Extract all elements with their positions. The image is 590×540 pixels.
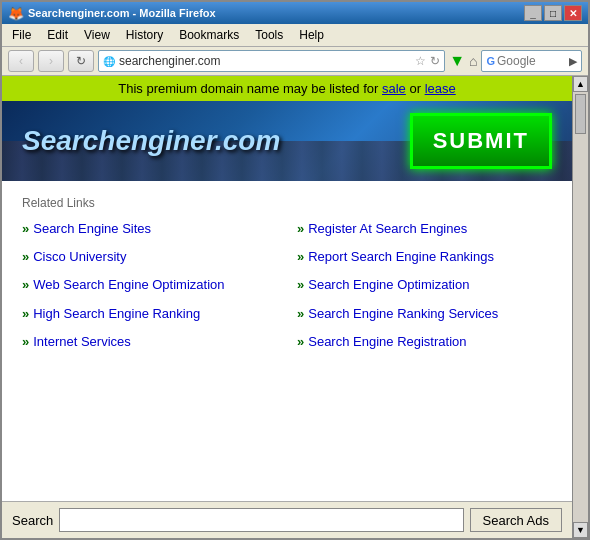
arrow-icon-6: »	[297, 221, 304, 236]
link-high-search[interactable]: High Search Engine Ranking	[33, 305, 200, 323]
banner-or: or	[406, 81, 425, 96]
menu-bar: File Edit View History Bookmarks Tools H…	[2, 24, 588, 47]
content-area: Related Links » Search Engine Sites » Ci…	[2, 181, 572, 501]
list-item: » High Search Engine Ranking	[22, 305, 277, 323]
search-bar: G ▶	[481, 50, 582, 72]
scrollbar[interactable]: ▲ ▼	[572, 76, 588, 538]
link-cisco-university[interactable]: Cisco University	[33, 248, 126, 266]
list-item: » Report Search Engine Rankings	[297, 248, 552, 266]
links-col2: » Register At Search Engines » Report Se…	[297, 220, 552, 351]
reload-button[interactable]: ↻	[68, 50, 94, 72]
links-grid: » Search Engine Sites » Cisco University…	[22, 220, 552, 351]
menu-view[interactable]: View	[78, 26, 116, 44]
window-title: Searchenginer.com - Mozilla Firefox	[28, 7, 216, 19]
list-item: » Register At Search Engines	[297, 220, 552, 238]
menu-file[interactable]: File	[6, 26, 37, 44]
site-header: Searchenginer.com SUBMIT	[2, 101, 572, 181]
list-item: » Internet Services	[22, 333, 277, 351]
browser-window: 🦊 Searchenginer.com - Mozilla Firefox _ …	[0, 0, 590, 540]
link-report-search[interactable]: Report Search Engine Rankings	[308, 248, 494, 266]
banner-text: This premium domain name may be listed f…	[118, 81, 382, 96]
title-bar: 🦊 Searchenginer.com - Mozilla Firefox _ …	[2, 2, 588, 24]
arrow-icon-2: »	[22, 249, 29, 264]
list-item: » Search Engine Sites	[22, 220, 277, 238]
bottom-search-input[interactable]	[59, 508, 463, 532]
home-icon[interactable]: ⌂	[469, 53, 477, 69]
scroll-track[interactable]	[573, 92, 588, 522]
menu-help[interactable]: Help	[293, 26, 330, 44]
list-item: » Cisco University	[22, 248, 277, 266]
back-button[interactable]: ‹	[8, 50, 34, 72]
menu-tools[interactable]: Tools	[249, 26, 289, 44]
scroll-up-button[interactable]: ▲	[573, 76, 588, 92]
link-search-engine-opt[interactable]: Search Engine Optimization	[308, 276, 469, 294]
minimize-button[interactable]: _	[524, 5, 542, 21]
links-col1: » Search Engine Sites » Cisco University…	[22, 220, 277, 351]
firefox-icon: 🦊	[8, 6, 24, 21]
list-item: » Search Engine Optimization	[297, 276, 552, 294]
bookmark-star-icon[interactable]: ☆	[415, 54, 426, 68]
arrow-icon-7: »	[297, 249, 304, 264]
page-area: This premium domain name may be listed f…	[2, 76, 588, 538]
close-button[interactable]: ✕	[564, 5, 582, 21]
link-web-search-engine[interactable]: Web Search Engine Optimization	[33, 276, 224, 294]
link-search-engine-reg[interactable]: Search Engine Registration	[308, 333, 466, 351]
arrow-icon-1: »	[22, 221, 29, 236]
menu-edit[interactable]: Edit	[41, 26, 74, 44]
sale-link[interactable]: sale	[382, 81, 406, 96]
link-register-search[interactable]: Register At Search Engines	[308, 220, 467, 238]
arrow-icon-10: »	[297, 334, 304, 349]
reload-small-icon[interactable]: ↻	[430, 54, 440, 68]
premium-banner: This premium domain name may be listed f…	[2, 76, 572, 101]
arrow-icon-3: »	[22, 277, 29, 292]
maximize-button[interactable]: □	[544, 5, 562, 21]
search-input[interactable]	[497, 54, 567, 68]
link-search-engine-sites[interactable]: Search Engine Sites	[33, 220, 151, 238]
list-item: » Search Engine Registration	[297, 333, 552, 351]
google-icon: G	[486, 55, 495, 67]
site-title-container: Searchenginer.com	[22, 125, 280, 157]
address-lock-icon: 🌐	[103, 56, 115, 67]
download-icon: ▼	[449, 52, 465, 70]
window-controls: _ □ ✕	[524, 5, 582, 21]
bottom-search-label: Search	[12, 513, 53, 528]
toolbar: ‹ › ↻ 🌐 ☆ ↻ ▼ ⌂ G ▶	[2, 47, 588, 76]
link-internet-services[interactable]: Internet Services	[33, 333, 131, 351]
site-title-suffix: .com	[215, 125, 280, 156]
list-item: » Web Search Engine Optimization	[22, 276, 277, 294]
arrow-icon-4: »	[22, 306, 29, 321]
search-go-icon[interactable]: ▶	[569, 55, 577, 68]
related-links-label: Related Links	[22, 196, 552, 210]
bottom-search-bar: Search Search Ads	[2, 501, 572, 538]
forward-button[interactable]: ›	[38, 50, 64, 72]
link-search-engine-ranking[interactable]: Search Engine Ranking Services	[308, 305, 498, 323]
site-title-main: Searchenginer	[22, 125, 215, 156]
scroll-down-button[interactable]: ▼	[573, 522, 588, 538]
address-input[interactable]	[119, 54, 411, 68]
arrow-icon-8: »	[297, 277, 304, 292]
submit-button[interactable]: SUBMIT	[410, 113, 552, 169]
search-ads-button[interactable]: Search Ads	[470, 508, 563, 532]
menu-history[interactable]: History	[120, 26, 169, 44]
lease-link[interactable]: lease	[425, 81, 456, 96]
scroll-thumb[interactable]	[575, 94, 586, 134]
menu-bookmarks[interactable]: Bookmarks	[173, 26, 245, 44]
list-item: » Search Engine Ranking Services	[297, 305, 552, 323]
site-title: Searchenginer.com	[22, 125, 280, 156]
arrow-icon-9: »	[297, 306, 304, 321]
address-bar: 🌐 ☆ ↻	[98, 50, 445, 72]
arrow-icon-5: »	[22, 334, 29, 349]
